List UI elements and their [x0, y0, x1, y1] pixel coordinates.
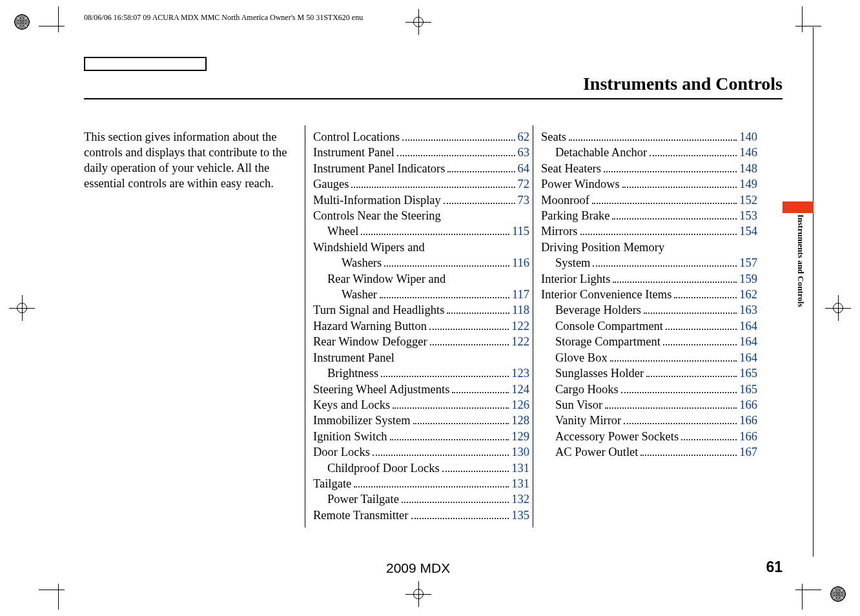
toc-page-link[interactable]: 124: [511, 382, 529, 397]
toc-label: Control Locations: [313, 129, 400, 145]
crop-mark-left: [9, 295, 35, 321]
toc-page-link[interactable]: 128: [511, 413, 529, 428]
toc-page-link[interactable]: 165: [739, 382, 757, 397]
toc-page-link[interactable]: 157: [739, 255, 757, 271]
toc-entry: Beverage Holders163: [541, 302, 757, 318]
toc-page-link[interactable]: 152: [739, 192, 757, 208]
toc-page-link[interactable]: 163: [739, 302, 757, 318]
toc-leader-dots: [452, 392, 509, 393]
register-mark-tl: [14, 14, 30, 30]
toc-leader-dots: [442, 471, 509, 472]
toc-label: Keys and Locks: [313, 397, 390, 413]
toc-page-link[interactable]: 122: [511, 334, 529, 349]
toc-page-link[interactable]: 118: [512, 302, 529, 318]
toc-leader-dots: [644, 313, 737, 314]
toc-entry: Instrument Panel: [313, 350, 529, 365]
toc-page-link[interactable]: 117: [512, 287, 529, 302]
toc-page-link[interactable]: 64: [518, 161, 530, 176]
toc-entry: System157: [541, 255, 757, 271]
toc-entry: Remote Transmitter135: [313, 508, 529, 523]
toc-label: Windshield Wipers and: [313, 240, 425, 255]
toc-entry: Seat Heaters148: [541, 161, 757, 176]
toc-column-3: Seats140Detachable Anchor146Seat Heaters…: [541, 129, 757, 460]
toc-page-link[interactable]: 123: [511, 365, 529, 381]
toc-label: Sun Visor: [555, 397, 602, 413]
toc-page-link[interactable]: 115: [512, 223, 529, 239]
toc-leader-dots: [622, 187, 737, 188]
toc-label: Interior Lights: [541, 271, 610, 287]
toc-label: Childproof Door Locks: [327, 460, 440, 476]
toc-page-link[interactable]: 148: [739, 161, 757, 176]
toc-leader-dots: [610, 360, 737, 362]
toc-leader-dots: [640, 455, 737, 456]
toc-entry: Power Tailgate132: [313, 491, 529, 507]
toc-page-link[interactable]: 166: [739, 397, 757, 413]
toc-page-link[interactable]: 165: [739, 365, 757, 381]
toc-leader-dots: [429, 329, 509, 330]
toc-entry: Interior Lights159: [541, 271, 757, 287]
toc-entry: Wheel115: [313, 223, 529, 239]
toc-label: Washers: [342, 255, 382, 271]
toc-leader-dots: [650, 155, 737, 156]
toc-page-link[interactable]: 63: [518, 145, 530, 160]
toc-label: Brightness: [327, 365, 378, 381]
toc-label: Detachable Anchor: [555, 145, 647, 160]
toc-entry: Sunglasses Holder165: [541, 365, 757, 381]
toc-page-link[interactable]: 154: [739, 223, 757, 239]
toc-entry: Console Compartment164: [541, 318, 757, 334]
toc-entry: Childproof Door Locks131: [313, 460, 529, 476]
toc-page-link[interactable]: 130: [511, 444, 529, 460]
toc-page-link[interactable]: 140: [739, 129, 757, 145]
toc-page-link[interactable]: 167: [739, 444, 757, 460]
toc-label: Rear Window Defogger: [313, 334, 427, 349]
toc-leader-dots: [380, 297, 509, 298]
toc-page-link[interactable]: 62: [518, 129, 530, 145]
crop-corner-tr: [795, 6, 821, 32]
toc-entry: Hazard Warning Button122: [313, 318, 529, 334]
toc-entry: Sun Visor166: [541, 397, 757, 413]
toc-label: Glove Box: [555, 350, 608, 365]
toc-entry: Detachable Anchor146: [541, 145, 757, 160]
title-rule: [84, 98, 783, 99]
toc-page-link[interactable]: 132: [511, 491, 529, 507]
toc-page-link[interactable]: 131: [511, 460, 529, 476]
header-metadata: 08/06/06 16:58:07 09 ACURA MDX MMC North…: [84, 13, 363, 23]
toc-page-link[interactable]: 164: [739, 350, 757, 365]
side-tab-red: [783, 201, 814, 213]
toc-entry: Parking Brake153: [541, 208, 757, 223]
toc-leader-dots: [604, 171, 737, 172]
toc-page-link[interactable]: 166: [739, 429, 757, 444]
toc-label: AC Power Outlet: [555, 444, 638, 460]
toc-page-link[interactable]: 131: [511, 476, 529, 491]
toc-label: Mirrors: [541, 223, 578, 239]
toc-label: Console Compartment: [555, 318, 663, 334]
toc-page-link[interactable]: 129: [511, 429, 529, 444]
toc-leader-dots: [580, 234, 737, 235]
toc-page-link[interactable]: 166: [739, 413, 757, 428]
toc-column-2: Control Locations62Instrument Panel63Ins…: [313, 129, 529, 523]
toc-leader-dots: [663, 344, 737, 345]
side-tab-label: Instruments and Controls: [795, 214, 806, 307]
toc-leader-dots: [430, 344, 509, 345]
toc-page-link[interactable]: 159: [739, 271, 757, 287]
toc-page-link[interactable]: 149: [739, 176, 757, 192]
frame-line-right: [813, 27, 814, 557]
toc-page-link[interactable]: 122: [511, 318, 529, 334]
toc-label: Instrument Panel: [313, 145, 394, 160]
toc-page-link[interactable]: 153: [739, 208, 757, 223]
toc-page-link[interactable]: 116: [512, 255, 529, 271]
toc-leader-dots: [373, 455, 509, 456]
toc-page-link[interactable]: 126: [511, 397, 529, 413]
toc-page-link[interactable]: 164: [739, 334, 757, 349]
toc-leader-dots: [351, 187, 515, 188]
toc-page-link[interactable]: 73: [518, 192, 530, 208]
toc-page-link[interactable]: 135: [511, 508, 529, 523]
toc-page-link[interactable]: 162: [739, 287, 757, 302]
column-separator-2: [533, 125, 533, 528]
toc-page-link[interactable]: 72: [518, 176, 530, 192]
toc-page-link[interactable]: 164: [739, 318, 757, 334]
crop-corner-br: [795, 584, 821, 610]
toc-entry: Windshield Wipers and: [313, 240, 529, 255]
toc-leader-dots: [354, 486, 509, 488]
toc-page-link[interactable]: 146: [739, 145, 757, 160]
